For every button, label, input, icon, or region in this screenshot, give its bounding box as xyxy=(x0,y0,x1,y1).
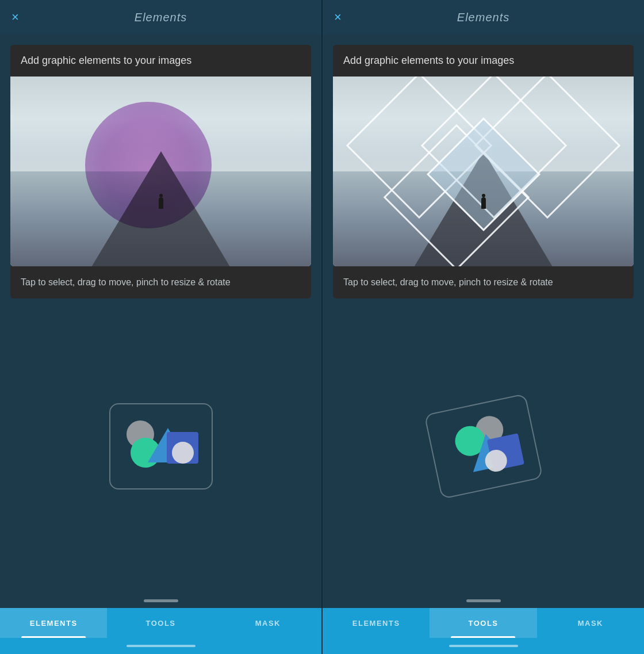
right-elements-box[interactable] xyxy=(424,393,543,499)
left-title: Elements xyxy=(135,11,187,24)
left-content: Add graphic elements to your images Tap … xyxy=(0,35,321,608)
right-info-text: Tap to select, drag to move, pinch to re… xyxy=(343,277,553,287)
right-info-card: Tap to select, drag to move, pinch to re… xyxy=(333,266,634,299)
left-tab-bar: ELEMENTS TOOLS MASK xyxy=(0,608,321,638)
right-tab-bar: ELEMENTS TOOLS MASK xyxy=(323,608,644,638)
left-shapes-group xyxy=(124,418,198,475)
circle-white-left xyxy=(172,442,194,464)
home-bar-line-left xyxy=(126,645,195,647)
left-phone-panel: × Elements Add graphic elements to your … xyxy=(0,0,321,654)
left-home-bar xyxy=(0,638,321,654)
left-close-button[interactable]: × xyxy=(12,10,19,25)
left-card-image[interactable] xyxy=(10,77,311,266)
right-card-header: Add graphic elements to your images xyxy=(333,45,634,77)
right-title: Elements xyxy=(457,11,509,24)
right-card-image[interactable] xyxy=(333,77,634,266)
left-elements-area[interactable] xyxy=(0,299,321,594)
right-elements-area[interactable] xyxy=(323,299,644,594)
left-scene xyxy=(10,77,311,266)
right-shapes-group xyxy=(441,410,526,482)
right-tab-elements[interactable]: ELEMENTS xyxy=(323,608,430,638)
right-card-title: Add graphic elements to your images xyxy=(343,55,514,66)
diamonds-container xyxy=(333,77,634,266)
right-header: × Elements xyxy=(323,0,644,35)
right-scene xyxy=(333,77,634,266)
left-card: Add graphic elements to your images xyxy=(10,45,311,266)
left-tab-tools[interactable]: TOOLS xyxy=(107,608,214,638)
right-tab-mask[interactable]: MASK xyxy=(537,608,644,638)
pink-circle-element xyxy=(85,102,212,228)
right-card: Add graphic elements to your images xyxy=(333,45,634,266)
person-figure xyxy=(159,197,163,209)
left-elements-box[interactable] xyxy=(109,403,213,489)
right-phone-panel: × Elements Add graphic elements to your … xyxy=(321,0,644,654)
left-info-text: Tap to select, drag to move, pinch to re… xyxy=(21,277,231,287)
left-tab-elements[interactable]: ELEMENTS xyxy=(0,608,107,638)
left-card-header: Add graphic elements to your images xyxy=(10,45,311,77)
left-bottom-indicator xyxy=(0,594,321,608)
indicator-bar-right xyxy=(466,599,501,602)
left-tab-mask[interactable]: MASK xyxy=(214,608,321,638)
right-home-bar xyxy=(323,638,644,654)
home-bar-line-right xyxy=(449,645,518,647)
left-header: × Elements xyxy=(0,0,321,35)
right-tab-tools[interactable]: TOOLS xyxy=(430,608,536,638)
right-close-button[interactable]: × xyxy=(334,10,342,25)
right-bottom-indicator xyxy=(323,594,644,608)
right-content: Add graphic elements to your images xyxy=(323,35,644,608)
person-figure-right xyxy=(481,197,486,209)
left-card-title: Add graphic elements to your images xyxy=(21,55,191,66)
left-info-card: Tap to select, drag to move, pinch to re… xyxy=(10,266,311,299)
indicator-bar-left xyxy=(144,599,178,602)
